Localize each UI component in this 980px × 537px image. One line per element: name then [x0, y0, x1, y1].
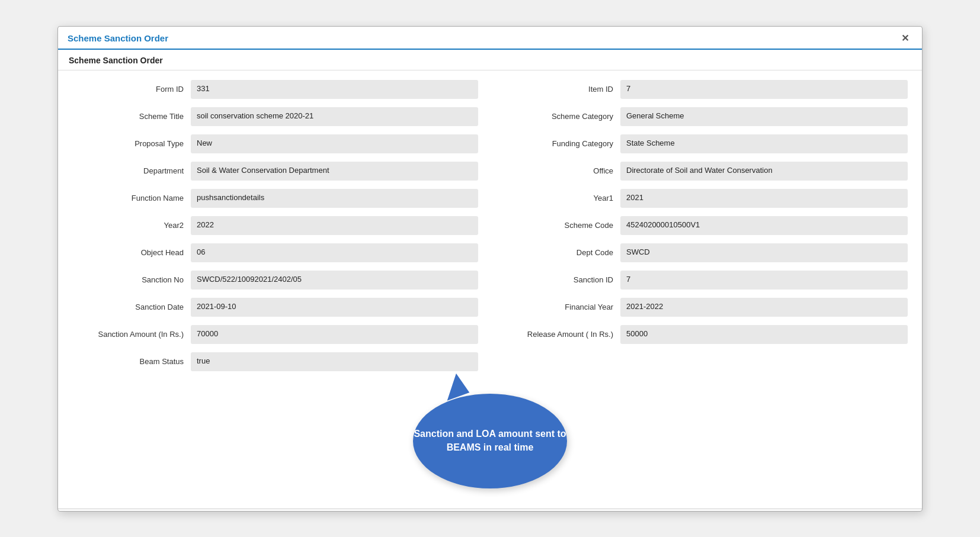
field-label: Form ID — [72, 85, 191, 94]
right-field-row: Scheme Category General Scheme — [502, 107, 908, 126]
close-button[interactable]: ✕ — [898, 31, 912, 45]
field-label: Item ID — [502, 85, 620, 94]
field-label: Sanction Amount (In Rs.) — [72, 330, 191, 339]
left-field-row: Sanction Amount (In Rs.) 70000 — [72, 325, 478, 344]
left-field-row: Beam Status true — [72, 352, 478, 371]
field-value: Soil & Water Conservation Department — [191, 162, 478, 181]
right-column: Item ID 7 Scheme Category General Scheme… — [502, 80, 908, 380]
dialog-container: Scheme Sanction Order ✕ Scheme Sanction … — [57, 26, 923, 512]
form-grid: Form ID 331 Scheme Title soil conservati… — [72, 80, 908, 380]
left-field-row: Scheme Title soil conservation scheme 20… — [72, 107, 478, 126]
right-field-row: Funding Category State Scheme — [502, 134, 908, 153]
left-field-row: Form ID 331 — [72, 80, 478, 99]
field-value: 70000 — [191, 325, 478, 344]
field-label: Sanction Date — [72, 303, 191, 311]
annotation-bubble: Sanction and LOA amount sent to BEAMS in… — [413, 394, 567, 488]
dialog-title-bar: Scheme Sanction Order ✕ — [58, 27, 922, 50]
field-value: 7 — [620, 80, 908, 99]
field-value: 331 — [191, 80, 478, 99]
field-label: Function Name — [72, 194, 191, 202]
field-label: Department — [72, 166, 191, 175]
field-value: General Scheme — [620, 107, 908, 126]
field-value: Directorate of Soil and Water Conservati… — [620, 162, 908, 181]
field-label: Office — [502, 166, 620, 175]
field-value: SWCD/522/10092021/2402/05 — [191, 271, 478, 290]
left-field-row: Department Soil & Water Conservation Dep… — [72, 162, 478, 181]
field-label: Release Amount ( In Rs.) — [502, 330, 620, 339]
right-field-row: Scheme Code 452402000010500V1 — [502, 216, 908, 235]
field-label: Scheme Category — [502, 112, 620, 121]
left-field-row: Function Name pushsanctiondetails — [72, 189, 478, 208]
field-value: SWCD — [620, 243, 908, 262]
field-value: soil conservation scheme 2020-21 — [191, 107, 478, 126]
field-label: Sanction No — [72, 275, 191, 284]
left-field-row: Proposal Type New — [72, 134, 478, 153]
field-label: Sanction ID — [502, 275, 620, 284]
field-value: 7 — [620, 271, 908, 290]
field-label: Beam Status — [72, 357, 191, 366]
field-value: State Scheme — [620, 134, 908, 153]
field-value: 2021 — [620, 189, 908, 208]
field-label: Year2 — [72, 221, 191, 230]
field-label: Scheme Code — [502, 221, 620, 230]
annotation-text: Sanction and LOA amount sent to BEAMS in… — [413, 427, 567, 454]
left-field-row: Sanction Date 2021-09-10 — [72, 298, 478, 317]
field-label: Object Head — [72, 248, 191, 257]
right-field-row: Release Amount ( In Rs.) 50000 — [502, 325, 908, 344]
field-label: Year1 — [502, 194, 620, 202]
dialog-title: Scheme Sanction Order — [68, 33, 168, 43]
field-label: Proposal Type — [72, 139, 191, 148]
field-value: true — [191, 352, 478, 371]
right-field-row: Year1 2021 — [502, 189, 908, 208]
field-label: Funding Category — [502, 139, 620, 148]
right-field-row: Sanction ID 7 — [502, 271, 908, 290]
field-value: 2021-2022 — [620, 298, 908, 317]
right-field-row: Financial Year 2021-2022 — [502, 298, 908, 317]
field-value: 2022 — [191, 216, 478, 235]
field-value: 452402000010500V1 — [620, 216, 908, 235]
left-column: Form ID 331 Scheme Title soil conservati… — [72, 80, 478, 380]
right-field-row: Item ID 7 — [502, 80, 908, 99]
left-field-row: Year2 2022 — [72, 216, 478, 235]
field-label: Scheme Title — [72, 112, 191, 121]
right-field-row: Office Directorate of Soil and Water Con… — [502, 162, 908, 181]
field-value: New — [191, 134, 478, 153]
field-value: 50000 — [620, 325, 908, 344]
left-field-row: Object Head 06 — [72, 243, 478, 262]
field-value: 06 — [191, 243, 478, 262]
field-value: 2021-09-10 — [191, 298, 478, 317]
field-label: Dept Code — [502, 248, 620, 257]
field-value: pushsanctiondetails — [191, 189, 478, 208]
left-field-row: Sanction No SWCD/522/10092021/2402/05 — [72, 271, 478, 290]
field-label: Financial Year — [502, 303, 620, 311]
bottom-divider — [58, 509, 922, 509]
right-field-row: Dept Code SWCD — [502, 243, 908, 262]
annotation-container: Sanction and LOA amount sent to BEAMS in… — [72, 394, 908, 488]
section-title: Scheme Sanction Order — [58, 50, 922, 70]
form-body: Form ID 331 Scheme Title soil conservati… — [58, 70, 922, 503]
